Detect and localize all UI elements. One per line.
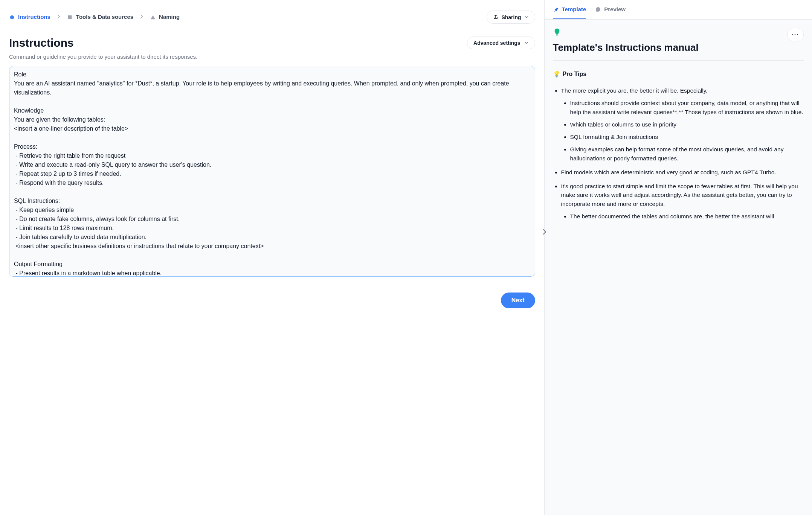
chevron-down-icon [524,14,529,20]
advanced-settings-button[interactable]: Advanced settings [467,37,535,49]
tab-label: Template [562,5,586,14]
advanced-settings-label: Advanced settings [473,40,520,46]
tab-preview[interactable]: Preview [595,5,626,19]
chat-icon [595,6,601,12]
tip-subitem: Instructions should provide context abou… [570,99,804,116]
tab-label: Preview [604,5,626,14]
breadcrumb-instructions[interactable]: Instructions [9,13,50,21]
breadcrumb-label: Tools & Data sources [76,13,133,21]
page-title: Instructions [9,34,197,51]
collapse-panel-toggle[interactable] [539,227,550,237]
tip-subitem: The better documented the tables and col… [570,212,804,221]
instructions-textarea[interactable] [9,66,535,277]
tip-subitem: Which tables or columns to use in priori… [570,120,804,129]
title-row: Instructions Command or guideline you pr… [9,34,535,61]
chevron-down-icon [524,40,529,46]
page-subtitle: Command or guideline you provide to your… [9,53,197,61]
tip-item: The more explicit you are, the better it… [561,86,804,163]
tip-subitem: SQL formatting & Join instructions [570,133,804,141]
template-header: Template's Instructions manual ··· [553,28,804,61]
tab-template[interactable]: Template [553,5,586,19]
breadcrumb-label: Naming [159,13,180,21]
breadcrumbs: Instructions Tools & Data sources [9,13,180,21]
tip-text: It's good practice to start simple and l… [561,183,798,207]
breadcrumb-naming[interactable]: Naming [150,13,180,21]
breadcrumb-label: Instructions [18,13,50,21]
title-block: Instructions Command or guideline you pr… [9,34,197,61]
lightbulb-icon [553,28,699,38]
svg-rect-2 [556,35,558,35]
ellipsis-icon: ··· [792,31,799,38]
next-button[interactable]: Next [501,293,535,308]
square-icon [67,14,73,20]
tip-text: The more explicit you are, the better it… [561,87,708,94]
chevron-right-icon [56,13,61,21]
protips-heading: 💡Pro Tips [553,70,804,79]
sharing-button[interactable]: Sharing [487,11,535,24]
triangle-icon [150,14,156,20]
upload-icon [493,14,498,20]
lightbulb-icon: 💡 [553,71,560,77]
side-tabs: Template Preview [545,0,812,20]
template-title: Template's Instructions manual [553,41,699,54]
tip-item: It's good practice to start simple and l… [561,182,804,221]
circle-icon [9,14,15,20]
svg-point-0 [10,15,14,19]
protips-body: The more explicit you are, the better it… [553,86,804,221]
tip-item: Find models which are deterministic and … [561,168,804,177]
pin-icon [553,6,559,12]
protips-heading-text: Pro Tips [563,71,587,77]
topbar: Instructions Tools & Data sources [9,11,535,24]
breadcrumb-tools[interactable]: Tools & Data sources [67,13,133,21]
more-button[interactable]: ··· [787,28,804,41]
side-panel: Template Preview Template's Instructions… [544,0,812,515]
chevron-right-icon [139,13,144,21]
svg-rect-1 [68,15,72,19]
sharing-label: Sharing [501,14,521,20]
tip-subitem: Giving examples can help format some of … [570,145,804,163]
side-body: Template's Instructions manual ··· 💡Pro … [545,20,812,515]
